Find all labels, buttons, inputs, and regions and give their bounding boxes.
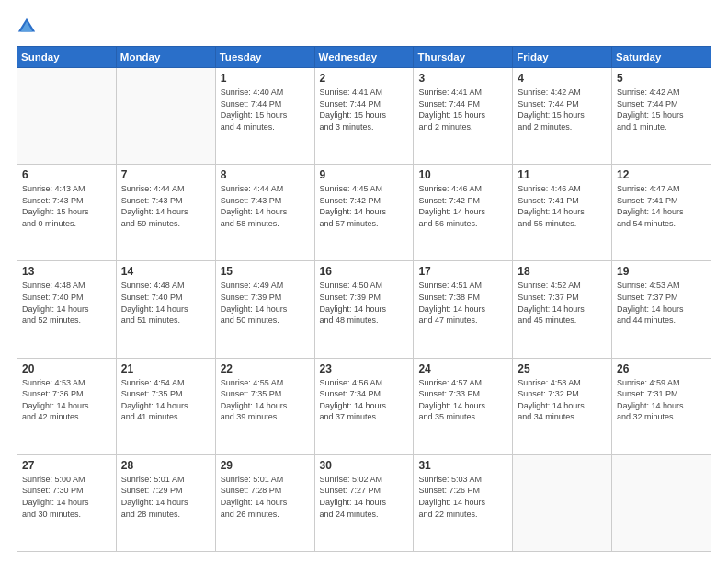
weekday-header-tuesday: Tuesday — [215, 47, 314, 68]
calendar-cell: 6Sunrise: 4:43 AM Sunset: 7:43 PM Daylig… — [17, 165, 117, 261]
calendar-cell: 22Sunrise: 4:55 AM Sunset: 7:35 PM Dayli… — [215, 358, 314, 454]
day-number: 11 — [518, 168, 607, 181]
calendar-table: SundayMondayTuesdayWednesdayThursdayFrid… — [17, 46, 711, 552]
day-detail: Sunrise: 5:02 AM Sunset: 7:27 PM Dayligh… — [320, 474, 409, 520]
calendar-cell: 9Sunrise: 4:45 AM Sunset: 7:42 PM Daylig… — [314, 165, 414, 261]
day-number: 8 — [221, 168, 310, 181]
day-number: 1 — [221, 72, 310, 85]
page: SundayMondayTuesdayWednesdayThursdayFrid… — [0, 0, 728, 563]
day-number: 9 — [320, 168, 409, 181]
weekday-header-monday: Monday — [116, 47, 215, 68]
day-detail: Sunrise: 4:41 AM Sunset: 7:44 PM Dayligh… — [418, 86, 507, 132]
calendar-cell: 13Sunrise: 4:48 AM Sunset: 7:40 PM Dayli… — [17, 261, 117, 358]
calendar-cell: 30Sunrise: 5:02 AM Sunset: 7:27 PM Dayli… — [314, 454, 414, 551]
day-number: 28 — [121, 459, 210, 472]
calendar-cell: 31Sunrise: 5:03 AM Sunset: 7:26 PM Dayli… — [414, 454, 513, 551]
day-number: 29 — [221, 459, 310, 472]
day-number: 7 — [121, 168, 210, 181]
day-detail: Sunrise: 4:40 AM Sunset: 7:44 PM Dayligh… — [221, 86, 310, 132]
calendar-cell: 7Sunrise: 4:44 AM Sunset: 7:43 PM Daylig… — [116, 165, 215, 261]
day-detail: Sunrise: 4:49 AM Sunset: 7:39 PM Dayligh… — [221, 280, 310, 326]
day-number: 15 — [221, 265, 310, 278]
day-number: 12 — [617, 168, 706, 181]
calendar-cell: 8Sunrise: 4:44 AM Sunset: 7:43 PM Daylig… — [215, 165, 314, 261]
calendar-cell: 24Sunrise: 4:57 AM Sunset: 7:33 PM Dayli… — [414, 358, 513, 454]
day-number: 18 — [518, 265, 607, 278]
calendar-cell: 1Sunrise: 4:40 AM Sunset: 7:44 PM Daylig… — [215, 68, 314, 165]
day-detail: Sunrise: 4:59 AM Sunset: 7:31 PM Dayligh… — [617, 377, 706, 423]
calendar-cell — [513, 454, 612, 551]
day-detail: Sunrise: 4:50 AM Sunset: 7:39 PM Dayligh… — [320, 280, 409, 326]
day-number: 6 — [22, 168, 111, 181]
day-number: 23 — [320, 362, 409, 375]
day-detail: Sunrise: 4:53 AM Sunset: 7:36 PM Dayligh… — [22, 377, 111, 423]
header — [17, 17, 711, 37]
day-detail: Sunrise: 5:01 AM Sunset: 7:29 PM Dayligh… — [121, 474, 210, 520]
day-detail: Sunrise: 5:03 AM Sunset: 7:26 PM Dayligh… — [418, 474, 507, 520]
day-detail: Sunrise: 4:58 AM Sunset: 7:32 PM Dayligh… — [518, 377, 607, 423]
calendar-cell — [17, 68, 117, 165]
calendar-cell: 20Sunrise: 4:53 AM Sunset: 7:36 PM Dayli… — [17, 358, 117, 454]
calendar-cell — [116, 68, 215, 165]
day-detail: Sunrise: 4:55 AM Sunset: 7:35 PM Dayligh… — [221, 377, 310, 423]
day-number: 25 — [518, 362, 607, 375]
calendar-cell: 26Sunrise: 4:59 AM Sunset: 7:31 PM Dayli… — [612, 358, 711, 454]
day-detail: Sunrise: 4:42 AM Sunset: 7:44 PM Dayligh… — [518, 86, 607, 132]
weekday-header-thursday: Thursday — [414, 47, 513, 68]
day-detail: Sunrise: 4:54 AM Sunset: 7:35 PM Dayligh… — [121, 377, 210, 423]
calendar-cell: 14Sunrise: 4:48 AM Sunset: 7:40 PM Dayli… — [116, 261, 215, 358]
day-number: 17 — [418, 265, 507, 278]
calendar-cell: 2Sunrise: 4:41 AM Sunset: 7:44 PM Daylig… — [314, 68, 414, 165]
day-number: 2 — [320, 72, 409, 85]
calendar-week-1: 1Sunrise: 4:40 AM Sunset: 7:44 PM Daylig… — [17, 68, 711, 165]
weekday-header-sunday: Sunday — [17, 47, 117, 68]
day-number: 4 — [518, 72, 607, 85]
day-detail: Sunrise: 4:56 AM Sunset: 7:34 PM Dayligh… — [320, 377, 409, 423]
logo-icon — [17, 17, 37, 37]
weekday-header-row: SundayMondayTuesdayWednesdayThursdayFrid… — [17, 47, 711, 68]
weekday-header-saturday: Saturday — [612, 47, 711, 68]
calendar-cell: 12Sunrise: 4:47 AM Sunset: 7:41 PM Dayli… — [612, 165, 711, 261]
calendar-cell: 3Sunrise: 4:41 AM Sunset: 7:44 PM Daylig… — [414, 68, 513, 165]
calendar-week-3: 13Sunrise: 4:48 AM Sunset: 7:40 PM Dayli… — [17, 261, 711, 358]
calendar-cell — [612, 454, 711, 551]
calendar-cell: 21Sunrise: 4:54 AM Sunset: 7:35 PM Dayli… — [116, 358, 215, 454]
day-detail: Sunrise: 4:53 AM Sunset: 7:37 PM Dayligh… — [617, 280, 706, 326]
day-detail: Sunrise: 4:46 AM Sunset: 7:41 PM Dayligh… — [518, 183, 607, 229]
day-number: 14 — [121, 265, 210, 278]
weekday-header-friday: Friday — [513, 47, 612, 68]
day-number: 19 — [617, 265, 706, 278]
day-number: 10 — [418, 168, 507, 181]
day-detail: Sunrise: 5:01 AM Sunset: 7:28 PM Dayligh… — [221, 474, 310, 520]
day-detail: Sunrise: 4:52 AM Sunset: 7:37 PM Dayligh… — [518, 280, 607, 326]
day-detail: Sunrise: 4:43 AM Sunset: 7:43 PM Dayligh… — [22, 183, 111, 229]
calendar-cell: 28Sunrise: 5:01 AM Sunset: 7:29 PM Dayli… — [116, 454, 215, 551]
calendar-cell: 4Sunrise: 4:42 AM Sunset: 7:44 PM Daylig… — [513, 68, 612, 165]
day-number: 13 — [22, 265, 111, 278]
calendar-cell: 29Sunrise: 5:01 AM Sunset: 7:28 PM Dayli… — [215, 454, 314, 551]
day-detail: Sunrise: 5:00 AM Sunset: 7:30 PM Dayligh… — [22, 474, 111, 520]
day-number: 22 — [221, 362, 310, 375]
logo — [17, 17, 40, 37]
calendar-cell: 27Sunrise: 5:00 AM Sunset: 7:30 PM Dayli… — [17, 454, 117, 551]
day-detail: Sunrise: 4:51 AM Sunset: 7:38 PM Dayligh… — [418, 280, 507, 326]
day-number: 16 — [320, 265, 409, 278]
day-detail: Sunrise: 4:48 AM Sunset: 7:40 PM Dayligh… — [121, 280, 210, 326]
calendar-cell: 23Sunrise: 4:56 AM Sunset: 7:34 PM Dayli… — [314, 358, 414, 454]
weekday-header-wednesday: Wednesday — [314, 47, 414, 68]
day-number: 24 — [418, 362, 507, 375]
day-number: 3 — [418, 72, 507, 85]
day-number: 26 — [617, 362, 706, 375]
day-detail: Sunrise: 4:42 AM Sunset: 7:44 PM Dayligh… — [617, 86, 706, 132]
day-detail: Sunrise: 4:57 AM Sunset: 7:33 PM Dayligh… — [418, 377, 507, 423]
day-detail: Sunrise: 4:47 AM Sunset: 7:41 PM Dayligh… — [617, 183, 706, 229]
calendar-cell: 18Sunrise: 4:52 AM Sunset: 7:37 PM Dayli… — [513, 261, 612, 358]
calendar-cell: 11Sunrise: 4:46 AM Sunset: 7:41 PM Dayli… — [513, 165, 612, 261]
day-number: 5 — [617, 72, 706, 85]
day-number: 21 — [121, 362, 210, 375]
day-number: 27 — [22, 459, 111, 472]
day-detail: Sunrise: 4:45 AM Sunset: 7:42 PM Dayligh… — [320, 183, 409, 229]
day-number: 31 — [418, 459, 507, 472]
calendar-week-5: 27Sunrise: 5:00 AM Sunset: 7:30 PM Dayli… — [17, 454, 711, 551]
calendar-cell: 25Sunrise: 4:58 AM Sunset: 7:32 PM Dayli… — [513, 358, 612, 454]
